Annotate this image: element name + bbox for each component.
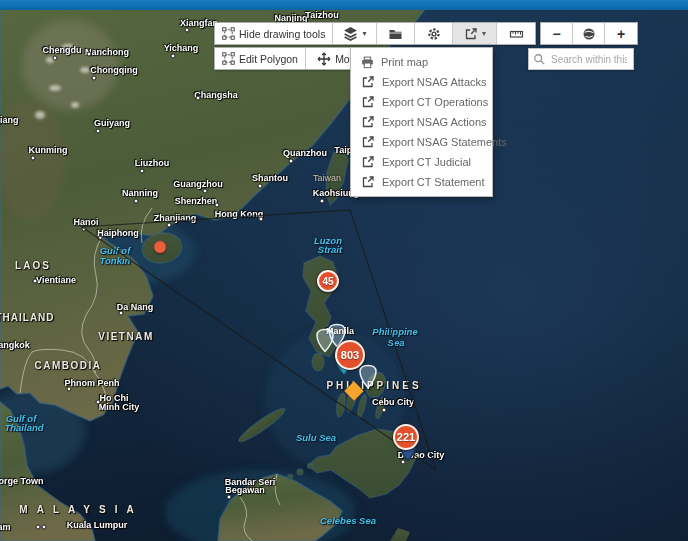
chevron-down-icon: ▾ — [482, 30, 486, 38]
polygon-edit-icon — [222, 52, 235, 65]
search-icon — [533, 53, 546, 66]
export-icon — [361, 75, 375, 89]
printer-icon — [361, 56, 374, 69]
layers-icon — [343, 26, 358, 41]
incident-dot-marker[interactable] — [154, 241, 167, 254]
menu-item-print-map[interactable]: Print map — [351, 52, 492, 72]
gear-button[interactable] — [415, 23, 453, 44]
menu-item-label: Export NSAG Actions — [382, 116, 487, 128]
export-icon — [361, 155, 375, 169]
map-application: NanjingTaizhouXiangfanChengduNanchongYic… — [0, 0, 688, 541]
search-input[interactable] — [549, 53, 629, 66]
app-header-bar — [0, 0, 688, 10]
export-icon — [464, 27, 478, 41]
measure-icon — [509, 27, 524, 41]
menu-item-label: Export CT Operations — [382, 96, 488, 108]
globe-icon — [582, 27, 596, 41]
edit-polygon-label: Edit Polygon — [239, 53, 298, 65]
menu-item-label: Export NSAG Attacks — [382, 76, 487, 88]
menu-item-export-ct-statement[interactable]: Export CT Statement — [351, 172, 492, 192]
map-search — [528, 48, 634, 70]
export-button[interactable]: ▾ — [453, 23, 497, 44]
export-icon — [361, 175, 375, 189]
cluster-marker-221[interactable]: 221 — [393, 424, 419, 450]
menu-item-export-ct-judicial[interactable]: Export CT Judicial — [351, 152, 492, 172]
map-markers-layer: 45803221 — [0, 0, 688, 541]
hide-drawing-tools-button[interactable]: Hide drawing tools — [215, 23, 333, 44]
export-icon — [361, 95, 375, 109]
move-icon — [317, 52, 331, 66]
menu-item-export-nsag-actions[interactable]: Export NSAG Actions — [351, 112, 492, 132]
main-toolbar: Hide drawing tools ▾▾ — [214, 22, 536, 45]
export-menu: Print mapExport NSAG AttacksExport CT Op… — [350, 47, 493, 197]
menu-item-label: Export CT Judicial — [382, 156, 471, 168]
folder-icon — [388, 27, 403, 41]
globe-button[interactable] — [573, 23, 605, 44]
chevron-down-icon: ▾ — [362, 30, 366, 38]
diamond-marker[interactable] — [342, 379, 366, 403]
folder-button[interactable] — [377, 23, 415, 44]
menu-item-export-ct-operations[interactable]: Export CT Operations — [351, 92, 492, 112]
menu-item-export-nsag-attacks[interactable]: Export NSAG Attacks — [351, 72, 492, 92]
zoom-controls: − + — [540, 22, 638, 45]
gear-icon — [427, 27, 441, 41]
measure-button[interactable] — [497, 23, 535, 44]
export-icon — [361, 135, 375, 149]
polygon-select-icon — [222, 27, 235, 40]
cluster-marker-45[interactable]: 45 — [317, 270, 339, 292]
menu-item-label: Export NSAG Statements — [382, 136, 507, 148]
menu-item-export-nsag-statements[interactable]: Export NSAG Statements — [351, 132, 492, 152]
menu-item-label: Print map — [381, 56, 428, 68]
export-icon — [361, 115, 375, 129]
cluster-marker-803[interactable]: 803 — [335, 340, 365, 370]
menu-item-label: Export CT Statement — [382, 176, 485, 188]
layers-button[interactable]: ▾ — [333, 23, 377, 44]
zoom-out-button[interactable]: − — [541, 23, 573, 44]
edit-polygon-button[interactable]: Edit Polygon — [215, 48, 306, 69]
zoom-in-button[interactable]: + — [605, 23, 637, 44]
hide-drawing-tools-label: Hide drawing tools — [239, 28, 325, 40]
